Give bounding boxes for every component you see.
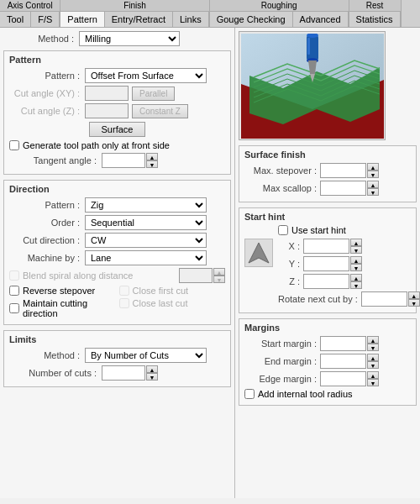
end-margin-input[interactable]: 0mm	[320, 354, 366, 369]
finish-title: Finish	[60, 0, 208, 12]
tangent-spinner: 0deg ▲ ▼	[102, 153, 158, 168]
x-row: X : 0mm ▲ ▼	[278, 239, 420, 254]
max-stepover-arrows: ▲ ▼	[367, 163, 379, 178]
num-cuts-down[interactable]: ▼	[146, 373, 158, 381]
max-scallop-input[interactable]: 0mm	[320, 181, 366, 196]
blend-up[interactable]: ▲	[213, 268, 225, 276]
dir-pattern-select[interactable]: ZigZagZig-Zag	[85, 197, 207, 213]
tab-links[interactable]: Links	[173, 12, 209, 27]
cut-dir-select[interactable]: CWCCW	[85, 233, 207, 248]
y-spinner: 0mm ▲ ▼	[303, 256, 362, 271]
method-select[interactable]: Milling	[79, 31, 180, 46]
x-input[interactable]: 0mm	[303, 239, 349, 254]
max-stepover-down[interactable]: ▼	[367, 171, 379, 178]
max-stepover-input[interactable]: 2.5mm	[320, 163, 366, 178]
y-input[interactable]: 0mm	[303, 256, 349, 271]
cut-angle-z-input[interactable]: -90deg	[85, 103, 129, 118]
limits-method-select[interactable]: By Number of Cuts By Stepover	[85, 348, 207, 363]
max-scallop-up[interactable]: ▲	[367, 181, 379, 188]
surface-btn-row: Surface	[9, 122, 225, 137]
start-margin-label: Start margin :	[244, 339, 320, 349]
constant-z-button[interactable]: Constant Z	[132, 104, 188, 118]
pattern-label: Pattern :	[9, 71, 85, 81]
tangent-up[interactable]: ▲	[146, 153, 158, 160]
surface-button[interactable]: Surface	[89, 122, 146, 137]
blend-label: Blend spiral along distance	[23, 270, 179, 281]
max-scallop-row: Max scallop : 0mm ▲ ▼	[244, 181, 411, 196]
end-margin-up[interactable]: ▲	[367, 354, 379, 361]
y-up[interactable]: ▲	[350, 256, 362, 264]
edge-margin-up[interactable]: ▲	[367, 371, 379, 379]
z-input[interactable]: 0mm	[303, 274, 349, 289]
tab-gouge-checking[interactable]: Gouge Checking	[210, 12, 293, 27]
rotate-arrows: ▲ ▼	[408, 291, 420, 307]
num-cuts-up[interactable]: ▲	[146, 365, 158, 373]
right-panel: Surface finish Max. stepover : 2.5mm ▲ ▼…	[235, 28, 420, 498]
start-hint-section: Start hint Use start hint	[239, 207, 417, 313]
blend-checkbox[interactable]	[9, 270, 19, 281]
max-stepover-spinner: 2.5mm ▲ ▼	[320, 163, 379, 178]
start-margin-down[interactable]: ▼	[367, 344, 379, 351]
x-down[interactable]: ▼	[350, 246, 362, 254]
pattern-select[interactable]: Offset From Surface Raster Spiral	[85, 68, 207, 83]
end-margin-spinner: 0mm ▲ ▼	[320, 354, 379, 369]
parallel-button[interactable]: Parallel	[132, 87, 175, 101]
edge-margin-down[interactable]: ▼	[367, 379, 379, 386]
tab-fs[interactable]: F/S	[31, 12, 60, 27]
close-first-checkbox[interactable]	[119, 286, 129, 296]
rotate-up[interactable]: ▲	[408, 291, 420, 299]
max-scallop-spinner: 0mm ▲ ▼	[320, 181, 379, 196]
num-cuts-spinner: 1 ▲ ▼	[102, 365, 158, 381]
surface-finish-section: Surface finish Max. stepover : 2.5mm ▲ ▼…	[239, 145, 417, 202]
z-down[interactable]: ▼	[350, 281, 362, 289]
svg-marker-9	[249, 243, 269, 263]
close-first-row: Close first cut	[119, 286, 226, 296]
edge-margin-input[interactable]: 0.02mm	[320, 371, 366, 386]
y-down[interactable]: ▼	[350, 264, 362, 271]
start-margin-input[interactable]: 0mm	[320, 336, 366, 351]
tangent-down[interactable]: ▼	[146, 160, 158, 168]
tab-statistics[interactable]: Statistics	[349, 12, 401, 27]
reverse-checkbox[interactable]	[9, 286, 19, 296]
num-cuts-input[interactable]: 1	[102, 365, 145, 381]
tab-entry-retract[interactable]: Entry/Retract	[105, 12, 173, 27]
z-up[interactable]: ▲	[350, 274, 362, 281]
machine-by-select[interactable]: LaneArea	[85, 250, 207, 265]
tangent-label: Tangent angle :	[9, 155, 102, 165]
num-cuts-row: Number of cuts : 1 ▲ ▼	[9, 365, 225, 381]
use-start-hint-checkbox[interactable]	[278, 225, 288, 235]
order-select[interactable]: SequentialOne-way	[85, 215, 207, 230]
maintain-checkbox[interactable]	[9, 303, 19, 313]
cut-angle-z-label: Cut angle (Z) :	[9, 106, 85, 116]
close-last-checkbox[interactable]	[119, 298, 129, 308]
roughing-title: Roughing	[210, 0, 349, 12]
tab-pattern[interactable]: Pattern	[60, 12, 104, 27]
top-tab-bar: Axis Control Tool F/S Finish Pattern Ent…	[0, 0, 420, 28]
cut-angle-xy-input[interactable]: 0deg	[85, 86, 129, 101]
cut-angle-z-row: Cut angle (Z) : -90deg Constant Z	[9, 103, 225, 118]
max-stepover-up[interactable]: ▲	[367, 163, 379, 171]
end-margin-row: End margin : 0mm ▲ ▼	[244, 354, 411, 369]
rest-tabs: Statistics	[349, 12, 401, 27]
start-hint-title: Start hint	[244, 212, 411, 222]
blend-down[interactable]: ▼	[213, 276, 225, 283]
tab-tool[interactable]: Tool	[0, 12, 31, 27]
rotate-input[interactable]: 0deg	[361, 291, 407, 307]
blend-input[interactable]: 0mm	[179, 268, 213, 283]
reverse-row: Reverse stepover	[9, 286, 116, 296]
start-margin-up[interactable]: ▲	[367, 336, 379, 344]
start-margin-spinner: 0mm ▲ ▼	[320, 336, 379, 351]
rotate-down[interactable]: ▼	[408, 299, 420, 307]
x-up[interactable]: ▲	[350, 239, 362, 246]
max-scallop-down[interactable]: ▼	[367, 188, 379, 196]
limits-title: Limits	[9, 334, 225, 344]
method-row: Method : Milling	[3, 31, 231, 46]
generate-checkbox[interactable]	[9, 140, 19, 150]
end-margin-down[interactable]: ▼	[367, 361, 379, 369]
tab-advanced[interactable]: Advanced	[293, 12, 349, 27]
dir-pattern-label: Pattern :	[9, 200, 85, 210]
end-margin-label: End margin :	[244, 356, 320, 366]
limits-section: Limits Method : By Number of Cuts By Ste…	[3, 330, 231, 387]
internal-radius-checkbox[interactable]	[244, 389, 255, 399]
tangent-input[interactable]: 0deg	[102, 153, 145, 168]
